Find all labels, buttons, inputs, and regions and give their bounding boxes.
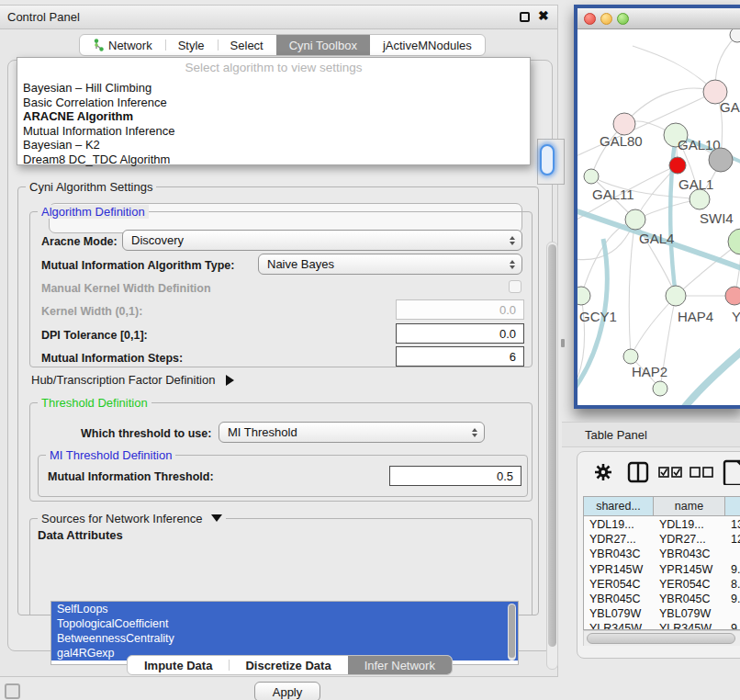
table-cell[interactable]: YBR043C [584, 547, 654, 561]
split-columns-icon[interactable] [627, 461, 649, 483]
network-node-y[interactable] [725, 287, 740, 305]
float-window-icon[interactable] [520, 12, 530, 22]
minimize-traffic-light-icon[interactable] [600, 13, 612, 25]
table-cell[interactable]: 8. [725, 577, 740, 592]
network-node-gal1[interactable] [709, 148, 733, 172]
tab-jactivemnodules[interactable]: jActiveMNodules [370, 35, 485, 55]
column-header[interactable]: name [654, 497, 725, 516]
sources-title[interactable]: Sources for Network Inference [38, 512, 226, 525]
table-hscrollbar[interactable] [583, 630, 740, 646]
focused-spinner-button[interactable] [540, 144, 555, 175]
table-cell[interactable] [725, 547, 740, 561]
network-node-gal4[interactable] [625, 209, 645, 230]
table-cell[interactable]: YPR145W [584, 562, 654, 577]
zoom-traffic-light-icon[interactable] [617, 13, 629, 25]
spinner-arrows-icon [472, 428, 477, 437]
table-cell[interactable]: YER054C [584, 577, 654, 592]
column-header[interactable]: shared... [584, 497, 654, 516]
network-node-hap2[interactable] [623, 349, 638, 364]
bottom-tab-infer-network[interactable]: Infer Network [348, 656, 452, 674]
network-node-gcy1[interactable] [577, 287, 590, 305]
table-cell[interactable]: YDL19... [654, 517, 725, 532]
tab-select[interactable]: Select [218, 35, 276, 55]
table-cell[interactable]: YBR043C [654, 547, 725, 561]
table-cell[interactable]: YBR045C [584, 592, 654, 606]
table-cell[interactable]: YER054C [654, 577, 725, 592]
network-node-label: GCY1 [579, 309, 617, 324]
table-cell[interactable]: 12 [725, 532, 740, 547]
close-icon[interactable]: ✖ [538, 8, 549, 23]
algorithm-option[interactable]: Mutual Information Inference [17, 124, 530, 139]
node-table[interactable]: shared...nameYDL19...YDL19...13YDR27...Y… [583, 496, 740, 630]
dpi-tolerance-field[interactable]: 0.0 [396, 323, 524, 344]
network-canvas[interactable]: GALGAL80GAL10GAL1GAL11GAL4SWI4GCY1HAP4YH… [577, 29, 740, 405]
algorithm-option[interactable]: Dream8 DC_TDC Algorithm [17, 152, 530, 167]
settings-scrollbar-thumb[interactable] [548, 244, 556, 647]
threshold-definition-title: Threshold Definition [38, 396, 151, 410]
table-cell[interactable]: 9. [725, 592, 740, 606]
tab-network[interactable]: Network [80, 35, 165, 55]
kernel-width-field[interactable]: 0.0 [396, 299, 524, 320]
table-cell[interactable]: YLR345W [584, 621, 654, 630]
network-node-label: GAL11 [592, 186, 634, 202]
splitter-grip[interactable] [561, 339, 565, 347]
algorithm-option[interactable]: ARACNE Algorithm [17, 109, 530, 124]
mi-threshold-label: Mutual Information Threshold: [48, 470, 214, 483]
control-panel-window: Control Panel ✖ NetworkStyleSelectCyni T… [0, 5, 558, 677]
data-attribute-item[interactable]: TopologicalCoefficient [51, 616, 518, 631]
attributes-scrollbar-thumb[interactable] [509, 604, 515, 658]
mi-type-combo[interactable]: Naive Bayes [258, 254, 522, 275]
bottom-tab-label: Infer Network [364, 659, 435, 672]
attributes-scrollbar[interactable] [508, 604, 516, 660]
network-node[interactable] [669, 157, 686, 174]
table-cell[interactable] [725, 606, 740, 621]
show-checked-columns-icon[interactable] [658, 467, 682, 479]
table-cell[interactable]: YLR345W [654, 621, 725, 630]
spinner-arrows-icon [510, 260, 515, 269]
network-node[interactable] [690, 189, 710, 209]
table-cell[interactable]: YDR27... [654, 532, 725, 547]
algorithm-dropdown-list[interactable]: Select algorithm to view settings Bayesi… [17, 57, 531, 165]
tab-style[interactable]: Style [165, 35, 218, 55]
mi-steps-field[interactable]: 6 [396, 346, 524, 367]
which-threshold-combo[interactable]: MI Threshold [219, 422, 485, 443]
manual-kernel-checkbox[interactable] [509, 280, 521, 293]
table-cell[interactable]: 13 [725, 517, 740, 532]
network-node[interactable] [653, 381, 667, 396]
gear-icon[interactable] [594, 463, 612, 481]
table-cell[interactable]: 9. [725, 621, 740, 630]
aracne-mode-combo[interactable]: Discovery [122, 230, 522, 251]
network-node[interactable] [730, 29, 740, 42]
cyni-algorithm-settings-title: Cyni Algorithm Settings [26, 180, 156, 194]
network-node-gal11[interactable] [584, 169, 599, 184]
data-attribute-item[interactable]: BetweennessCentrality [51, 631, 518, 646]
table-hscrollbar-thumb[interactable] [587, 633, 735, 644]
table-cell[interactable]: YPR145W [654, 562, 725, 577]
table-cell[interactable]: YDR27... [584, 532, 654, 547]
apply-button[interactable]: Apply [254, 682, 320, 700]
hub-definition-toggle[interactable]: Hub/Transcription Factor Definition [31, 373, 234, 387]
data-attribute-item[interactable]: SelfLoops [51, 602, 518, 616]
algorithm-option[interactable]: Bayesian – Hill Climbing [17, 81, 530, 96]
hide-columns-icon[interactable] [690, 467, 713, 479]
aracne-mode-value: Discovery [131, 233, 184, 247]
new-table-icon[interactable] [723, 459, 740, 485]
tab-cyni-toolbox[interactable]: Cyni Toolbox [276, 35, 370, 55]
bottom-tab-impute-data[interactable]: Impute Data [128, 656, 229, 674]
network-node-gal80[interactable] [613, 113, 635, 135]
algorithm-option[interactable]: Bayesian – K2 [17, 138, 530, 152]
settings-scrollbar[interactable] [546, 242, 558, 670]
table-cell[interactable]: YBL079W [654, 606, 725, 621]
mi-threshold-field[interactable]: 0.5 [389, 466, 521, 486]
tab-separator [218, 40, 219, 51]
table-cell[interactable]: YBL079W [584, 606, 654, 621]
close-traffic-light-icon[interactable] [584, 13, 596, 25]
bottom-tab-discretize-data[interactable]: Discretize Data [229, 656, 347, 674]
table-cell[interactable]: YBR045C [654, 592, 725, 606]
table-cell[interactable]: 9. [725, 562, 740, 577]
column-header[interactable] [725, 497, 740, 516]
network-node-hap4[interactable] [666, 286, 686, 306]
algorithm-option[interactable]: Basic Correlation Inference [17, 96, 530, 110]
collapsed-panel-button[interactable] [5, 683, 20, 699]
table-cell[interactable]: YDL19... [584, 517, 654, 532]
